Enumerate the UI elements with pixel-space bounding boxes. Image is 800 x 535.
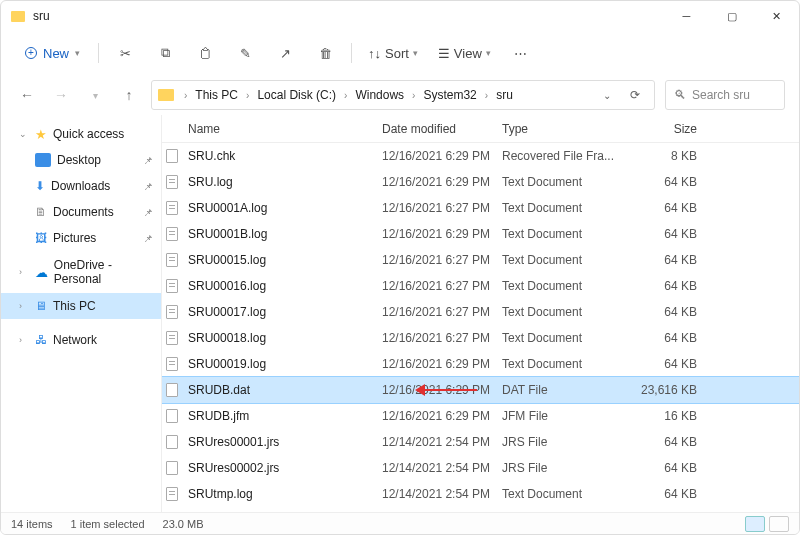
sidebar-item-thispc[interactable]: › 🖥︎ This PC <box>1 293 161 319</box>
file-size: 8 KB <box>627 149 707 163</box>
file-row[interactable]: SRU00015.log12/16/2021 6:27 PMText Docum… <box>162 247 799 273</box>
back-button[interactable]: ← <box>15 87 39 103</box>
file-row[interactable]: SRU00018.log12/16/2021 6:27 PMText Docum… <box>162 325 799 351</box>
pin-icon: 📌︎ <box>143 155 153 166</box>
label: Quick access <box>53 127 124 141</box>
column-date[interactable]: Date modified <box>382 122 502 136</box>
file-row[interactable]: SRU0001A.log12/16/2021 6:27 PMText Docum… <box>162 195 799 221</box>
crumb-thispc[interactable]: This PC <box>193 86 240 104</box>
file-type: Text Document <box>502 357 627 371</box>
crumb-system32[interactable]: System32 <box>421 86 478 104</box>
column-type[interactable]: Type <box>502 122 627 136</box>
sidebar-item-documents[interactable]: 🗎 Documents 📌︎ <box>1 199 161 225</box>
file-icon <box>162 175 182 189</box>
sidebar-item-pictures[interactable]: 🖼︎ Pictures 📌︎ <box>1 225 161 251</box>
file-row[interactable]: SRUres00002.jrs12/14/2021 2:54 PMJRS Fil… <box>162 455 799 481</box>
sidebar: ⌄ ★ Quick access Desktop 📌︎ ⬇ Downloads … <box>1 115 161 515</box>
file-row[interactable]: SRUDB.dat12/16/2021 6:29 PMDAT File23,61… <box>162 377 799 403</box>
file-type: JRS File <box>502 461 627 475</box>
details-view-icon[interactable] <box>745 516 765 532</box>
forward-button[interactable]: → <box>49 87 73 103</box>
file-row[interactable]: SRU0001B.log12/16/2021 6:29 PMText Docum… <box>162 221 799 247</box>
pictures-icon: 🖼︎ <box>35 231 47 245</box>
sidebar-item-desktop[interactable]: Desktop 📌︎ <box>1 147 161 173</box>
file-size: 64 KB <box>627 435 707 449</box>
file-row[interactable]: SRU.log12/16/2021 6:29 PMText Document64… <box>162 169 799 195</box>
file-date: 12/16/2021 6:29 PM <box>382 357 502 371</box>
star-icon: ★ <box>35 127 47 142</box>
share-icon[interactable]: ↗ <box>267 37 303 69</box>
file-row[interactable]: SRUDB.jfm12/16/2021 6:29 PMJFM File16 KB <box>162 403 799 429</box>
sidebar-item-onedrive[interactable]: › ☁ OneDrive - Personal <box>1 259 161 285</box>
file-row[interactable]: SRU00019.log12/16/2021 6:29 PMText Docum… <box>162 351 799 377</box>
column-size[interactable]: Size <box>627 122 707 136</box>
sidebar-item-quick-access[interactable]: ⌄ ★ Quick access <box>1 121 161 147</box>
file-type: Text Document <box>502 487 627 501</box>
caret-down-icon: ⌄ <box>19 129 29 139</box>
label: Desktop <box>57 153 101 167</box>
view-icon: ☰ <box>438 46 450 61</box>
file-type: Text Document <box>502 201 627 215</box>
up-button[interactable]: ↑ <box>117 87 141 103</box>
file-size: 64 KB <box>627 331 707 345</box>
file-size: 64 KB <box>627 305 707 319</box>
rename-icon[interactable]: ✎ <box>227 37 263 69</box>
file-row[interactable]: SRU.chk12/16/2021 6:29 PMRecovered File … <box>162 143 799 169</box>
crumb-sru[interactable]: sru <box>494 86 515 104</box>
status-bar: 14 items 1 item selected 23.0 MB <box>1 512 799 534</box>
file-date: 12/14/2021 2:54 PM <box>382 461 502 475</box>
cut-icon[interactable]: ✂ <box>107 37 143 69</box>
folder-icon <box>158 89 174 101</box>
file-name: SRU00019.log <box>182 357 382 371</box>
chevron-down-icon: ▾ <box>75 48 80 58</box>
status-selection: 1 item selected <box>71 518 145 530</box>
file-icon <box>162 331 182 345</box>
file-row[interactable]: SRUtmp.log12/14/2021 2:54 PMText Documen… <box>162 481 799 507</box>
label: This PC <box>53 299 96 313</box>
paste-icon[interactable]: 📋︎ <box>187 37 223 69</box>
crumb-drive[interactable]: Local Disk (C:) <box>255 86 338 104</box>
delete-icon[interactable]: 🗑︎ <box>307 37 343 69</box>
pc-icon: 🖥︎ <box>35 299 47 313</box>
sidebar-item-downloads[interactable]: ⬇ Downloads 📌︎ <box>1 173 161 199</box>
file-row[interactable]: SRUres00001.jrs12/14/2021 2:54 PMJRS Fil… <box>162 429 799 455</box>
separator <box>351 43 352 63</box>
sort-label: Sort <box>385 46 409 61</box>
file-icon <box>162 305 182 319</box>
minimize-button[interactable]: ─ <box>664 1 709 31</box>
view-label: View <box>454 46 482 61</box>
column-name[interactable]: Name <box>182 122 382 136</box>
file-icon <box>162 383 182 397</box>
copy-icon[interactable]: ⧉ <box>147 37 183 69</box>
history-down-icon[interactable]: ⌄ <box>594 90 620 101</box>
file-row[interactable]: SRU00017.log12/16/2021 6:27 PMText Docum… <box>162 299 799 325</box>
chevron-right-icon: › <box>408 90 419 101</box>
nav-row: ← → ▾ ↑ › This PC › Local Disk (C:) › Wi… <box>1 75 799 115</box>
file-icon <box>162 149 182 163</box>
sort-button[interactable]: ↑↓ Sort ▾ <box>360 46 426 61</box>
folder-icon <box>11 11 25 22</box>
close-button[interactable]: ✕ <box>754 1 799 31</box>
more-icon[interactable]: ⋯ <box>503 37 539 69</box>
refresh-icon[interactable]: ⟳ <box>622 88 648 102</box>
view-button[interactable]: ☰ View ▾ <box>430 46 499 61</box>
pin-icon: 📌︎ <box>143 207 153 218</box>
address-bar[interactable]: › This PC › Local Disk (C:) › Windows › … <box>151 80 655 110</box>
label: Documents <box>53 205 114 219</box>
label: Pictures <box>53 231 96 245</box>
file-row[interactable]: SRU00016.log12/16/2021 6:27 PMText Docum… <box>162 273 799 299</box>
downloads-icon: ⬇ <box>35 179 45 193</box>
new-button[interactable]: + New ▾ <box>15 42 90 65</box>
rows: SRU.chk12/16/2021 6:29 PMRecovered File … <box>162 143 799 515</box>
file-name: SRUres00001.jrs <box>182 435 382 449</box>
recent-down-icon[interactable]: ▾ <box>83 90 107 101</box>
sidebar-item-network[interactable]: › 🖧︎ Network <box>1 327 161 353</box>
file-type: Text Document <box>502 279 627 293</box>
search-input[interactable]: 🔍︎ Search sru <box>665 80 785 110</box>
file-name: SRU00015.log <box>182 253 382 267</box>
separator <box>98 43 99 63</box>
crumb-windows[interactable]: Windows <box>353 86 406 104</box>
thumb-view-icon[interactable] <box>769 516 789 532</box>
toolbar: + New ▾ ✂ ⧉ 📋︎ ✎ ↗ 🗑︎ ↑↓ Sort ▾ ☰ View ▾… <box>1 31 799 75</box>
maximize-button[interactable]: ▢ <box>709 1 754 31</box>
